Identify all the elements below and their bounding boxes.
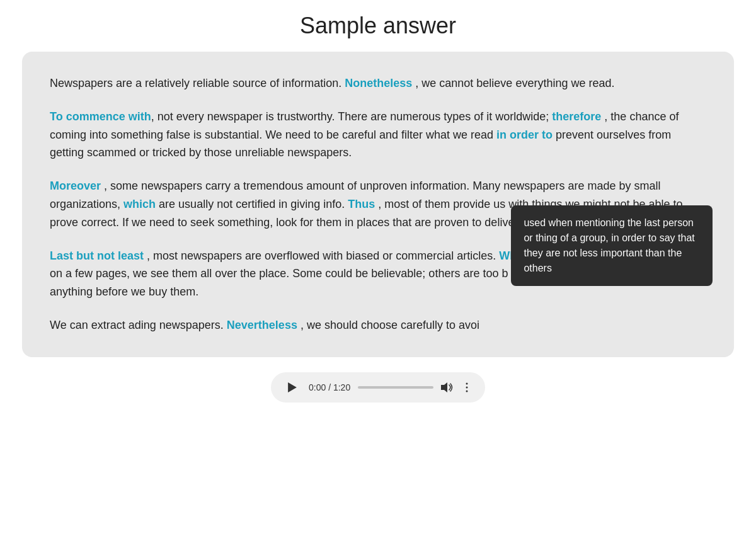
page-title: Sample answer (19, 13, 737, 39)
p1-text-before: Newspapers are a relatively reliable sou… (50, 77, 345, 89)
progress-bar[interactable] (358, 386, 433, 389)
p2-highlight-to-commence-with: To commence with (50, 110, 151, 123)
p4-text1: , most newspapers are overflowed with bi… (144, 249, 499, 262)
svg-marker-1 (441, 382, 447, 392)
content-box: Newspapers are a relatively reliable sou… (22, 52, 734, 357)
time-display: 0:00 / 1:20 (309, 382, 350, 392)
total-time: 1:20 (333, 382, 350, 392)
p2-highlight-therefore: therefore (552, 110, 601, 123)
svg-point-3 (466, 386, 468, 388)
more-options-button[interactable] (461, 382, 472, 393)
p3-highlight-thus: Thus (348, 198, 375, 210)
p5-highlight-nevertheless: Nevertheless (227, 319, 297, 331)
p4-highlight-last-but-not-least: Last but not least (50, 249, 144, 262)
p2-highlight-in-order-to: in order to (496, 129, 553, 141)
paragraph-3: Moreover , some newspapers carry a treme… (50, 177, 706, 231)
paragraph-1: Newspapers are a relatively reliable sou… (50, 74, 706, 93)
paragraph-2: To commence with, not every newspaper is… (50, 108, 706, 162)
p3-text2: are usually not certified in giving info… (156, 198, 348, 210)
p5-text1: We can extract a (50, 319, 135, 331)
svg-point-4 (466, 390, 468, 392)
paragraph-4: Last but not least , most newspapers are… (50, 247, 706, 301)
p4-highlight-while: While (499, 249, 529, 262)
p3-highlight-which: which (123, 198, 156, 210)
p3-highlight-moreover: Moreover (50, 180, 101, 192)
paragraph-5: We can extract ading newspapers. Neverth… (50, 316, 706, 334)
volume-button[interactable] (441, 382, 454, 393)
audio-player[interactable]: 0:00 / 1:20 (271, 372, 485, 403)
p1-highlight-nonetheless: Nonetheless (345, 77, 412, 89)
current-time: 0:00 (309, 382, 326, 392)
p2-text1: , not every newspaper is trustworthy. Th… (151, 110, 553, 123)
play-button[interactable] (284, 379, 301, 396)
p1-text-after: , we cannot believe everything we read. (412, 77, 614, 89)
p5-text2: , we should choose carefully to avoi (297, 319, 479, 331)
svg-point-2 (466, 382, 468, 384)
p5-text1b: ding newspapers. (135, 319, 227, 331)
svg-marker-0 (288, 382, 297, 392)
